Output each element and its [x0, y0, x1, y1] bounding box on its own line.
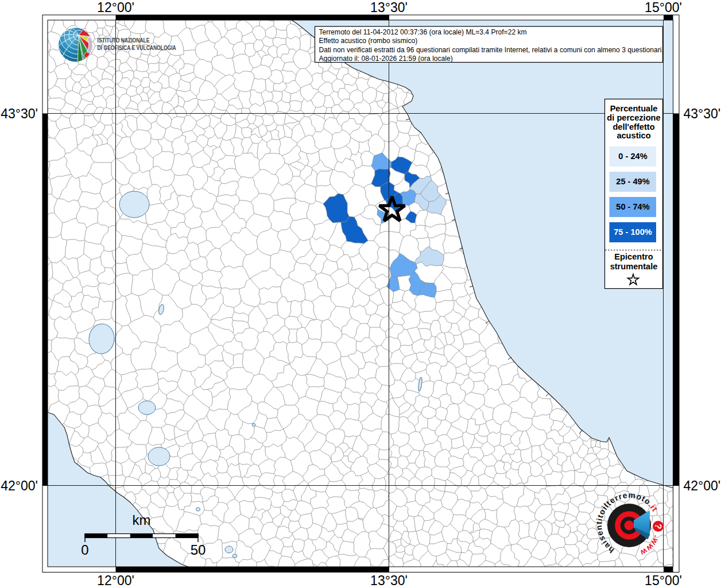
svg-text:43°30': 43°30' — [1, 106, 38, 121]
svg-text:Percentuale: Percentuale — [610, 104, 658, 113]
svg-text:Aggiornato il: 08-01-2026 21:5: Aggiornato il: 08-01-2026 21:59 (ora loc… — [319, 55, 453, 63]
svg-text:50: 50 — [191, 542, 206, 558]
svg-text:75 - 100%: 75 - 100% — [614, 227, 652, 237]
svg-text:Terremoto del 11-04-2012 00:37: Terremoto del 11-04-2012 00:37:36 (ora l… — [319, 28, 527, 36]
svg-text:50 - 74%: 50 - 74% — [616, 202, 649, 211]
svg-text:ISTITUTO NAZIONALE: ISTITUTO NAZIONALE — [98, 36, 150, 44]
svg-text:?: ? — [653, 523, 664, 529]
svg-text:Epicentro: Epicentro — [614, 252, 653, 261]
svg-text:13°30': 13°30' — [370, 0, 408, 15]
svg-text:DI GEOFISICA E VULCANOLOGIA: DI GEOFISICA E VULCANOLOGIA — [98, 44, 177, 52]
svg-text:42°00': 42°00' — [1, 478, 38, 493]
svg-text:acustico: acustico — [617, 131, 650, 140]
svg-text:dell'effetto: dell'effetto — [613, 122, 654, 131]
svg-text:15°00': 15°00' — [645, 573, 682, 588]
svg-text:Dati non verificati estratti d: Dati non verificati estratti da 96 quest… — [319, 46, 664, 54]
svg-text:di percezione: di percezione — [607, 113, 660, 122]
svg-text:km: km — [133, 512, 151, 528]
svg-text:0: 0 — [81, 542, 88, 558]
svg-text:43°30': 43°30' — [684, 106, 721, 121]
svg-text:Effetto acustico (rombo sismic: Effetto acustico (rombo sismico) — [319, 37, 418, 45]
svg-text:strumentale: strumentale — [610, 262, 658, 271]
svg-text:15°00': 15°00' — [645, 0, 682, 15]
svg-text:12°00': 12°00' — [97, 573, 134, 588]
svg-text:12°00': 12°00' — [97, 0, 134, 15]
svg-text:0 - 24%: 0 - 24% — [618, 152, 647, 161]
svg-text:42°00': 42°00' — [684, 478, 721, 493]
svg-text:25 - 49%: 25 - 49% — [616, 177, 649, 186]
svg-text:13°30': 13°30' — [370, 573, 408, 588]
